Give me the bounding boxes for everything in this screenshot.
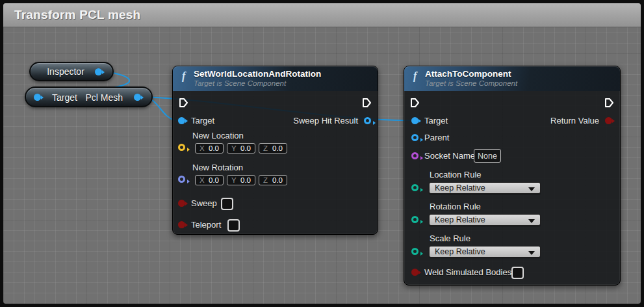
rotation-rule-dropdown[interactable]: Keep Relative <box>429 214 541 226</box>
chevron-down-icon <box>528 219 535 223</box>
chevron-down-icon <box>528 251 535 255</box>
sweep-hit-result-pin[interactable] <box>364 117 371 124</box>
location-x-field[interactable]: X0.0 <box>195 143 224 154</box>
node-inspector-label: Inspector <box>47 66 84 77</box>
exec-out-pin[interactable] <box>604 98 614 108</box>
return-value-label: Return Value <box>550 116 599 126</box>
blueprint-graph: Transform PCL mesh Inspector Target Pcl … <box>0 0 644 307</box>
teleport-checkbox[interactable] <box>227 219 240 232</box>
location-rule-pin[interactable] <box>411 184 419 191</box>
location-rule-label: Location Rule <box>430 170 482 180</box>
node-inspector[interactable]: Inspector <box>29 62 114 81</box>
setworld-target-label: Target <box>191 116 214 126</box>
node-target-pclmesh[interactable]: Target Pcl Mesh <box>25 87 153 107</box>
exec-in-pin[interactable] <box>179 98 188 108</box>
setworld-header[interactable]: f SetWorldLocationAndRotation Target is … <box>173 66 378 91</box>
function-icon: f <box>413 70 417 82</box>
weld-simulated-bodies-checkbox[interactable] <box>511 267 524 279</box>
node-setworldlocationandrotation[interactable]: f SetWorldLocationAndRotation Target is … <box>172 66 378 235</box>
socket-name-field[interactable]: None <box>474 149 501 163</box>
rotation-z-field[interactable]: Z0.0 <box>259 175 287 185</box>
rotation-y-field[interactable]: Y0.0 <box>227 175 255 185</box>
location-rule-dropdown[interactable]: Keep Relative <box>429 182 541 194</box>
scale-rule-pin[interactable] <box>411 248 419 255</box>
new-rotation-pin[interactable] <box>178 176 185 183</box>
rotation-rule-pin[interactable] <box>411 216 419 223</box>
new-location-pin[interactable] <box>178 144 185 151</box>
rotation-x-field[interactable]: X0.0 <box>195 175 224 185</box>
scale-rule-label: Scale Rule <box>430 234 470 244</box>
weld-simulated-bodies-pin[interactable] <box>411 269 419 276</box>
comment-title: Transform PCL mesh <box>14 8 140 22</box>
attach-subtitle: Target is Scene Component <box>425 79 620 87</box>
target-pin-label: Target <box>52 92 77 103</box>
target-input-pin[interactable] <box>34 94 41 101</box>
parent-label: Parent <box>424 133 449 143</box>
setworld-title: SetWorldLocationAndRotation <box>194 69 378 79</box>
sweep-hit-result-label: Sweep Hit Result <box>293 116 358 126</box>
sweep-label: Sweep <box>191 198 217 209</box>
sweep-checkbox[interactable] <box>221 198 233 210</box>
setworld-subtitle: Target is Scene Component <box>194 79 378 87</box>
new-location-label: New Location <box>192 131 244 141</box>
pclmesh-output-pin[interactable] <box>134 94 141 101</box>
attach-target-label: Target <box>424 116 448 126</box>
exec-out-pin[interactable] <box>362 98 372 108</box>
attach-target-pin[interactable] <box>411 117 419 124</box>
setworld-target-pin[interactable] <box>178 117 185 124</box>
weld-simulated-bodies-label: Weld Simulated Bodies <box>424 267 511 278</box>
rotation-rule-label: Rotation Rule <box>430 202 481 212</box>
attach-title: AttachToComponent <box>425 69 620 79</box>
comment-header[interactable]: Transform PCL mesh <box>3 3 641 27</box>
location-y-field[interactable]: Y0.0 <box>227 143 255 154</box>
new-location-fields: X0.0 Y0.0 Z0.0 <box>195 143 287 154</box>
chevron-down-icon <box>528 187 535 191</box>
function-icon: f <box>182 70 185 82</box>
return-value-pin[interactable] <box>605 117 612 124</box>
teleport-label: Teleport <box>191 220 221 230</box>
teleport-pin[interactable] <box>178 221 185 228</box>
pclmesh-pin-label: Pcl Mesh <box>85 92 123 103</box>
graph-canvas[interactable]: Transform PCL mesh Inspector Target Pcl … <box>3 3 641 304</box>
new-rotation-label: New Rotation <box>192 163 243 173</box>
sweep-pin[interactable] <box>178 200 185 207</box>
socket-name-pin[interactable] <box>411 152 419 159</box>
parent-pin[interactable] <box>411 134 419 141</box>
attach-header[interactable]: f AttachToComponent Target is Scene Comp… <box>404 66 620 91</box>
new-rotation-fields: X0.0 Y0.0 Z0.0 <box>195 175 287 185</box>
inspector-output-pin[interactable] <box>95 68 102 75</box>
scale-rule-dropdown[interactable]: Keep Relative <box>429 246 541 258</box>
location-z-field[interactable]: Z0.0 <box>259 143 287 154</box>
socket-name-label: Socket Name <box>424 151 475 161</box>
exec-in-pin[interactable] <box>410 98 420 108</box>
node-attachtocomponent[interactable]: f AttachToComponent Target is Scene Comp… <box>404 66 621 286</box>
